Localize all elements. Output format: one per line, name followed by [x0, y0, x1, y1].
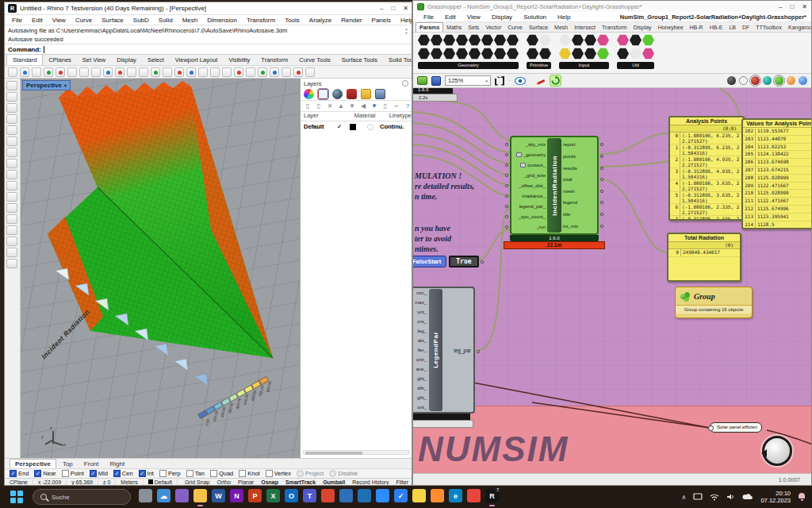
- grasshopper-titlebar[interactable]: Grasshopper - NumSim_Group1_Report2-Sola…: [413, 1, 811, 12]
- status-toggle[interactable]: SmartTrack: [285, 479, 316, 485]
- sidebar-tool-icon[interactable]: [6, 225, 17, 235]
- rhino-menu-item[interactable]: Analyze: [305, 17, 335, 24]
- component-input[interactable]: _grid_size: [511, 170, 547, 180]
- input-jack[interactable]: [505, 143, 508, 146]
- sidebar-tool-icon[interactable]: [6, 203, 17, 213]
- component-icon[interactable]: [456, 34, 468, 46]
- task-view-icon[interactable]: [139, 489, 152, 505]
- rhino-menu-item[interactable]: File: [8, 17, 26, 24]
- command-history[interactable]: Autosaving file as C:\Users\emmac\AppDat…: [5, 25, 412, 44]
- checkbox[interactable]: [159, 470, 167, 477]
- group-label-primitive[interactable]: Primitive: [527, 62, 551, 69]
- display-panel-icon[interactable]: [304, 89, 314, 99]
- rhino-menu-item[interactable]: Transform: [243, 17, 279, 24]
- group-label-input[interactable]: Input: [559, 62, 609, 69]
- osnap-checkbox[interactable]: Cen: [113, 470, 133, 477]
- input-label[interactable]: als_: [418, 338, 427, 343]
- column-layer[interactable]: Layer: [301, 112, 354, 121]
- onedrive-cloud-icon[interactable]: [742, 493, 753, 501]
- onenote-icon[interactable]: N: [230, 489, 243, 505]
- total-radiation-panel[interactable]: Total Radiation (0) 0249049.434017: [667, 233, 741, 282]
- rhino-menu-item[interactable]: Mesh: [178, 17, 202, 24]
- component-output[interactable]: title: [561, 209, 597, 221]
- help-icon[interactable]: ?: [404, 102, 412, 110]
- compass-icon[interactable]: [358, 489, 371, 505]
- component-icon[interactable]: [418, 34, 430, 46]
- category-tab[interactable]: DF: [739, 23, 753, 32]
- toolbar-tab[interactable]: Viewport Layout: [170, 55, 224, 65]
- checkbox[interactable]: [186, 470, 193, 477]
- outdent-icon[interactable]: ◀: [359, 102, 367, 110]
- status-cell[interactable]: CPlane: [5, 479, 33, 485]
- close-button[interactable]: ✕: [403, 5, 408, 12]
- layer-current-check[interactable]: ✓: [337, 123, 350, 130]
- zoom-extents-icon[interactable]: [495, 76, 504, 86]
- group-info-box[interactable]: Group Group containing 16 objects: [675, 287, 753, 318]
- component-icon[interactable]: [630, 48, 642, 60]
- sticky-notes-icon[interactable]: [412, 489, 426, 505]
- toolbar-icon[interactable]: [56, 67, 65, 77]
- toolbar-icon[interactable]: [222, 67, 232, 77]
- component-icon[interactable]: [481, 48, 493, 60]
- analysis-points-panel[interactable]: Analysis Points (0;0) 0(-1.080106, 6.235…: [668, 116, 745, 221]
- toolbar-icon[interactable]: [293, 67, 303, 77]
- command-input[interactable]: Command:: [5, 44, 412, 55]
- checkbox[interactable]: [139, 470, 146, 477]
- rhino-menu-item[interactable]: Curve: [71, 17, 96, 24]
- input-label[interactable]: dth_: [417, 386, 427, 391]
- input-label[interactable]: ane_: [416, 367, 427, 371]
- toolbar-tab[interactable]: Visibility: [223, 55, 255, 65]
- column-linetype[interactable]: Linetype: [389, 112, 412, 121]
- toolbar-icon[interactable]: [79, 67, 89, 77]
- teal-sphere-icon[interactable]: [763, 76, 772, 85]
- toolbar-tab[interactable]: Select: [142, 55, 170, 65]
- grasshopper-menu-item[interactable]: File: [418, 13, 439, 21]
- sidebar-tool-icon[interactable]: [6, 148, 17, 157]
- component-icon[interactable]: [597, 34, 609, 46]
- output-jack[interactable]: [600, 155, 603, 158]
- sidebar-tool-icon[interactable]: [6, 181, 17, 190]
- input-jack[interactable]: [505, 153, 508, 156]
- category-tab[interactable]: TTToolbox: [753, 23, 785, 32]
- osnap-checkbox[interactable]: Quad: [210, 470, 233, 477]
- category-tab[interactable]: Maths: [443, 23, 465, 32]
- open-file-icon[interactable]: [417, 76, 427, 85]
- category-tab[interactable]: Kangaroo2: [785, 23, 811, 32]
- grasshopper-menu-item[interactable]: Solution: [518, 13, 552, 21]
- monitor-icon[interactable]: [693, 493, 703, 501]
- input-label[interactable]: ors_: [417, 319, 427, 324]
- status-cell[interactable]: Default: [144, 479, 178, 485]
- input-jack[interactable]: [505, 194, 508, 198]
- rhino-menu-item[interactable]: Render: [337, 17, 366, 24]
- sidebar-tool-icon[interactable]: [6, 259, 17, 268]
- component-output[interactable]: results: [561, 162, 597, 174]
- input-label[interactable]: ller_: [418, 348, 427, 352]
- libraries-panel-icon[interactable]: [361, 89, 371, 99]
- category-tab[interactable]: HB-R: [687, 23, 707, 32]
- component-output[interactable]: points: [561, 151, 597, 163]
- toolbar-tab[interactable]: Standard: [6, 55, 43, 65]
- toolbar-icon[interactable]: [270, 67, 279, 77]
- toolbar-icon[interactable]: [32, 67, 41, 77]
- viewport-title-menu[interactable]: Perspective▾: [22, 80, 71, 90]
- toolbar-tab[interactable]: Transform: [255, 55, 293, 65]
- component-icon[interactable]: [469, 34, 481, 46]
- toolbar-icon[interactable]: [198, 67, 208, 77]
- output-jack[interactable]: [600, 225, 603, 228]
- settings-page-icon[interactable]: ▯: [381, 102, 389, 110]
- toggle-label[interactable]: FalseStart: [413, 256, 446, 267]
- input-jack[interactable]: [505, 225, 508, 229]
- excel-icon[interactable]: X: [266, 489, 280, 505]
- incident-radiation-component[interactable]: _sky_mtx_geometrycontext__grid_size_offs…: [510, 136, 599, 235]
- status-toggle[interactable]: Grid Snap: [185, 479, 210, 485]
- layer-color-swatch[interactable]: [350, 124, 356, 130]
- toolbar-tab[interactable]: CPlanes: [43, 55, 76, 65]
- rhino-icon[interactable]: R7: [485, 489, 499, 505]
- rhino-menu-item[interactable]: Tools: [281, 17, 304, 24]
- red-gem-icon[interactable]: [751, 76, 760, 85]
- category-tab[interactable]: Transform: [599, 23, 630, 32]
- blue-sphere-icon[interactable]: [799, 76, 807, 85]
- toolbar-icon[interactable]: [234, 67, 243, 77]
- canvas-compass-widget[interactable]: [762, 436, 792, 466]
- output-jack[interactable]: [481, 260, 484, 264]
